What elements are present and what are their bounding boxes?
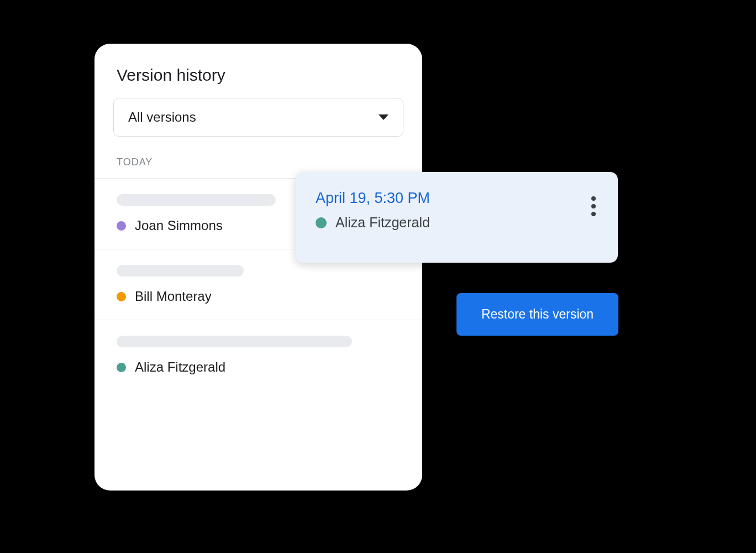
dot-icon — [591, 196, 596, 201]
author-line: Bill Monteray — [117, 289, 400, 304]
dropdown-label: All versions — [128, 109, 196, 125]
placeholder-bar — [117, 336, 352, 347]
author-line: Aliza Fitzgerald — [117, 359, 400, 375]
more-options-icon[interactable] — [589, 190, 598, 223]
version-detail-popup: April 19, 5:30 PM Aliza Fitzgerald — [296, 172, 618, 263]
version-row[interactable]: Aliza Fitzgerald — [95, 320, 422, 390]
placeholder-bar — [117, 194, 276, 206]
author-color-dot — [316, 217, 327, 228]
version-timestamp[interactable]: April 19, 5:30 PM — [316, 190, 430, 207]
placeholder-bar — [117, 265, 244, 276]
version-history-panel: Version history All versions TODAY Joan … — [95, 44, 422, 491]
versions-filter-dropdown[interactable]: All versions — [113, 98, 403, 137]
panel-title: Version history — [95, 44, 422, 98]
author-name: Aliza Fitzgerald — [135, 359, 225, 375]
dot-icon — [591, 204, 596, 208]
author-name: Bill Monteray — [135, 289, 212, 304]
author-color-dot — [117, 292, 126, 301]
dot-icon — [591, 212, 596, 216]
author-color-dot — [117, 363, 126, 372]
popup-author-name: Aliza Fitzgerald — [335, 215, 430, 231]
popup-author-line: Aliza Fitzgerald — [316, 215, 430, 231]
author-name: Joan Simmons — [135, 218, 223, 233]
restore-version-button[interactable]: Restore this version — [456, 293, 618, 336]
chevron-down-icon — [379, 114, 389, 120]
author-color-dot — [117, 221, 126, 231]
popup-content: April 19, 5:30 PM Aliza Fitzgerald — [316, 190, 430, 231]
